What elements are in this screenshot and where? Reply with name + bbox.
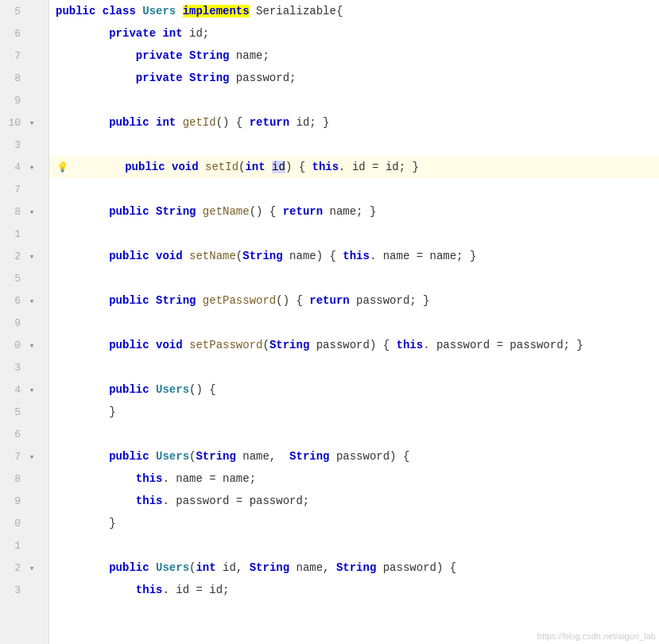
fold-icon (25, 539, 38, 552)
code-line: public void setName(String name) { this.… (49, 245, 659, 267)
line-number: 3 (0, 584, 25, 596)
gutter-row: 3 (0, 134, 48, 156)
fold-icon[interactable]: ▾ (25, 250, 38, 262)
gutter-row: 7 (0, 45, 48, 67)
code-line: private int id; (49, 22, 659, 45)
code-line: public String getPassword() { return pas… (49, 289, 659, 312)
watermark: https://blog.csdn.net/aiguo_lab (537, 631, 656, 641)
line-number: 3 (0, 362, 25, 374)
gutter-row: 1 (0, 534, 48, 557)
fold-icon (25, 584, 38, 596)
line-number: 8 (0, 206, 25, 218)
line-number: 0 (0, 518, 25, 530)
code-line (49, 267, 659, 289)
fold-icon (25, 183, 38, 196)
fold-icon (25, 272, 38, 285)
gutter-row: 5 (0, 267, 48, 289)
fold-icon (25, 472, 38, 485)
gutter-row: 0▾ (0, 334, 48, 356)
gutter-row: 8 (0, 67, 48, 89)
line-number: 10 (0, 117, 25, 129)
fold-icon (25, 27, 38, 40)
line-number: 5 (0, 6, 25, 17)
gutter-row: 3 (0, 356, 48, 378)
fold-icon (25, 72, 38, 84)
code-line: } (49, 401, 659, 423)
line-number: 5 (0, 273, 25, 285)
fold-icon[interactable]: ▾ (25, 205, 38, 218)
code-line: public int getId() { return id; } (49, 111, 659, 134)
code-line (49, 178, 659, 200)
gutter-row: 8▾ (0, 200, 48, 223)
gutter-row: 5 (0, 401, 48, 423)
gutter-row: 4▾ (0, 378, 48, 401)
line-number: 9 (0, 317, 25, 329)
code-line (49, 423, 659, 445)
line-number: 4 (0, 384, 25, 396)
fold-icon (25, 49, 38, 62)
gutter-row: 1 (0, 223, 48, 245)
code-line: public Users() { (49, 378, 659, 401)
code-line (49, 534, 659, 557)
gutter-row: 7 (0, 178, 48, 200)
gutter-row: 7▾ (0, 445, 48, 467)
line-number: 5 (0, 406, 25, 418)
code-line: this. name = name; (49, 467, 659, 490)
fold-icon[interactable]: ▾ (25, 294, 38, 307)
fold-icon[interactable]: ▾ (25, 450, 38, 463)
fold-icon[interactable]: ▾ (25, 161, 38, 173)
fold-icon (25, 428, 38, 440)
fold-icon (25, 316, 38, 329)
fold-icon (25, 361, 38, 374)
gutter-row: 6▾ (0, 289, 48, 312)
code-line: public Users(String name, String passwor… (49, 445, 659, 467)
gutter-row: 5 (0, 0, 48, 22)
code-line: 💡 public void setId(int id) { this. id =… (49, 156, 659, 178)
gutter-row: 6 (0, 22, 48, 45)
line-number: 2 (0, 562, 25, 574)
line-number: 7 (0, 184, 25, 196)
gutter-row: 3 (0, 579, 48, 601)
line-number: 6 (0, 28, 25, 40)
line-number: 6 (0, 429, 25, 440)
fold-icon[interactable]: ▾ (25, 116, 38, 129)
fold-icon[interactable]: ▾ (25, 383, 38, 396)
line-number: 9 (0, 495, 25, 507)
code-content: https://blog.csdn.net/aiguo_lab public c… (49, 0, 659, 644)
code-line: private String password; (49, 67, 659, 89)
gutter-row: 10▾ (0, 111, 48, 134)
fold-icon (25, 5, 38, 17)
gutter-row: 2▾ (0, 245, 48, 267)
line-number: 7 (0, 451, 25, 463)
code-line (49, 312, 659, 334)
fold-icon[interactable]: ▾ (25, 561, 38, 574)
line-number: 4 (0, 161, 25, 173)
gutter-row: 9 (0, 312, 48, 334)
code-line: public void setPassword(String password)… (49, 334, 659, 356)
line-number: 8 (0, 72, 25, 84)
fold-icon (25, 405, 38, 418)
fold-icon[interactable]: ▾ (25, 339, 38, 351)
gutter-row: 9 (0, 89, 48, 111)
code-line: } (49, 512, 659, 534)
code-line: public class Users implements Serializab… (49, 0, 659, 22)
gutter-row: 4▾ (0, 156, 48, 178)
fold-icon (25, 495, 38, 507)
code-line (49, 134, 659, 156)
gutter-row: 8 (0, 467, 48, 490)
bulb-icon[interactable]: 💡 (56, 161, 68, 173)
code-line: this. password = password; (49, 490, 659, 512)
line-number: 3 (0, 139, 25, 151)
code-line (49, 356, 659, 378)
code-line: public String getName() { return name; } (49, 200, 659, 223)
gutter-row: 9 (0, 490, 48, 512)
code-line (49, 89, 659, 111)
code-line: public Users(int id, String name, String… (49, 557, 659, 579)
line-number: 1 (0, 540, 25, 552)
fold-icon (25, 517, 38, 530)
code-line: private String name; (49, 45, 659, 67)
line-number: 1 (0, 228, 25, 240)
code-editor: 5678910▾34▾78▾12▾56▾90▾34▾567▾89012▾3 ht… (0, 0, 659, 644)
line-number: 7 (0, 50, 25, 62)
gutter-row: 2▾ (0, 557, 48, 579)
